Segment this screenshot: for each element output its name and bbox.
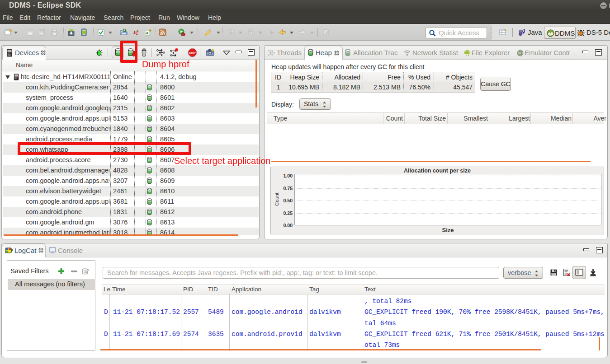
svg-text:J: J <box>523 29 525 34</box>
svg-text:a: a <box>146 30 149 35</box>
svg-text:a: a <box>137 29 138 33</box>
svg-text:STOP: STOP <box>189 51 196 54</box>
